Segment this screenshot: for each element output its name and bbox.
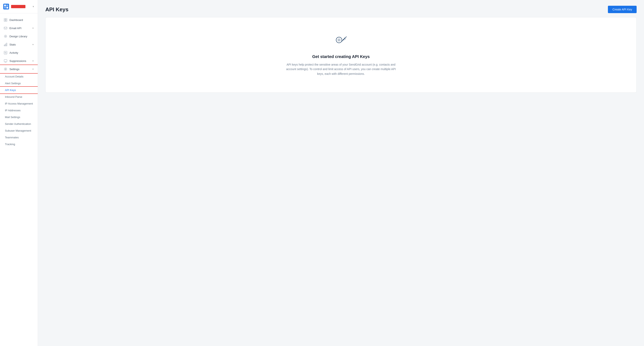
sidebar-item-alert-settings[interactable]: Alert Settings <box>0 80 38 87</box>
sidebar-item-suppressions[interactable]: Suppressions ▼ <box>0 57 38 65</box>
svg-rect-13 <box>6 43 7 46</box>
sidebar-item-email-api-label: Email API <box>10 27 30 30</box>
svg-rect-8 <box>6 20 7 21</box>
sidebar-item-mail-settings[interactable]: Mail Settings <box>0 114 38 120</box>
main-body: Get started creating API Keys API keys h… <box>38 17 644 346</box>
dashboard-icon <box>4 18 8 22</box>
settings-chevron-icon: ▼ <box>32 68 34 70</box>
stats-chevron-icon: ▼ <box>32 43 34 46</box>
sidebar-item-settings-label: Settings <box>10 68 30 71</box>
page-title: API Keys <box>45 6 68 13</box>
stats-icon <box>4 43 8 46</box>
svg-rect-1 <box>4 4 6 6</box>
email-api-icon <box>4 26 8 30</box>
suppressions-chevron-icon: ▼ <box>32 60 34 62</box>
sidebar-item-tracking[interactable]: Tracking <box>0 141 38 148</box>
svg-point-10 <box>5 36 6 37</box>
svg-rect-2 <box>6 4 8 6</box>
sidebar-item-settings[interactable]: Settings ▼ <box>0 65 38 73</box>
key-icon-wrap <box>334 34 348 49</box>
settings-icon <box>4 67 8 71</box>
sidebar-item-teammates[interactable]: Teammates <box>0 134 38 141</box>
svg-line-19 <box>342 37 346 42</box>
sidebar-item-dashboard[interactable]: Dashboard <box>0 16 38 24</box>
svg-rect-7 <box>4 20 5 21</box>
email-api-chevron-icon: ▼ <box>32 27 34 29</box>
sidebar-item-ip-access-management[interactable]: IP Access Management <box>0 100 38 107</box>
sidebar-item-suppressions-label: Suppressions <box>10 59 30 62</box>
svg-rect-11 <box>4 45 5 46</box>
settings-sub-nav: Account Details Alert Settings API Keys … <box>0 73 38 148</box>
empty-state-description: API keys help protect the sensitive area… <box>284 62 398 76</box>
sendgrid-logo-icon <box>3 4 9 9</box>
sidebar-navigation: Dashboard Email API ▼ Design Library <box>0 13 38 150</box>
key-icon <box>334 34 348 48</box>
create-api-key-button[interactable]: Create API Key <box>608 6 636 13</box>
svg-rect-6 <box>6 18 7 20</box>
activity-icon <box>4 51 8 54</box>
empty-state-card: Get started creating API Keys API keys h… <box>45 17 636 93</box>
sidebar-item-account-details[interactable]: Account Details <box>0 73 38 80</box>
sidebar-item-sender-authentication[interactable]: Sender Authentication <box>0 120 38 127</box>
sidebar-item-design-library-label: Design Library <box>10 35 34 38</box>
sidebar-item-stats[interactable]: Stats ▼ <box>0 40 38 48</box>
design-library-icon <box>4 34 8 38</box>
sidebar-item-subuser-management[interactable]: Subuser Management <box>0 127 38 134</box>
logo-area[interactable]: ▼ <box>0 0 38 13</box>
suppressions-icon <box>4 59 8 63</box>
svg-point-17 <box>336 37 342 43</box>
svg-rect-9 <box>4 27 7 29</box>
main-header: API Keys Create API Key <box>38 0 644 17</box>
svg-rect-3 <box>4 7 6 8</box>
sidebar-item-activity[interactable]: Activity <box>0 48 38 57</box>
svg-point-16 <box>5 68 6 69</box>
sidebar-item-dashboard-label: Dashboard <box>10 18 34 21</box>
sidebar-item-api-keys[interactable]: API Keys <box>0 87 38 93</box>
svg-rect-5 <box>4 18 5 20</box>
main-content-area: API Keys Create API Key Get started crea… <box>38 0 644 346</box>
svg-point-18 <box>338 39 340 41</box>
sidebar-item-inbound-parse[interactable]: Inbound Parse <box>0 93 38 100</box>
svg-rect-15 <box>4 60 7 62</box>
empty-state-title: Get started creating API Keys <box>312 54 370 59</box>
sidebar-item-design-library[interactable]: Design Library <box>0 32 38 40</box>
sidebar-item-ip-addresses[interactable]: IP Addresses <box>0 107 38 114</box>
sidebar: ▼ Dashboard Email API ▼ <box>0 0 38 346</box>
sidebar-item-stats-label: Stats <box>10 43 30 46</box>
svg-rect-4 <box>6 7 8 8</box>
svg-rect-12 <box>5 44 6 46</box>
sidebar-item-activity-label: Activity <box>10 51 34 54</box>
logo-chevron-icon: ▼ <box>32 5 34 8</box>
logo-brand-bar <box>11 5 26 8</box>
sidebar-item-email-api[interactable]: Email API ▼ <box>0 24 38 32</box>
